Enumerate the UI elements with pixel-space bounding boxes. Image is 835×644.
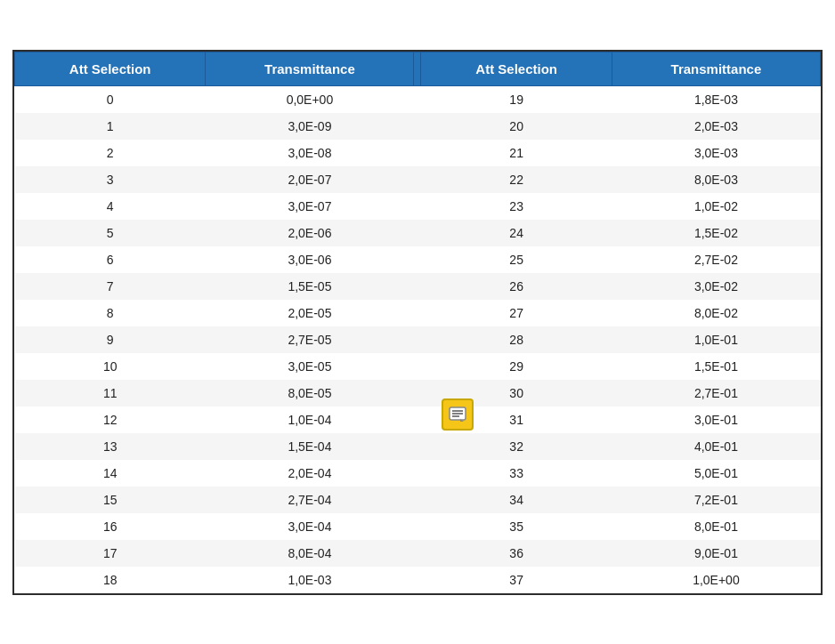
right-trans-cell: 1,5E-01 — [612, 353, 820, 380]
left-att-cell: 13 — [15, 433, 206, 460]
right-trans-cell: 1,8E-03 — [612, 85, 820, 113]
right-att-cell: 23 — [421, 193, 612, 220]
main-table-container: Att Selection Transmittance Att Selectio… — [12, 50, 823, 595]
right-att-cell: 33 — [421, 460, 612, 487]
right-trans-cell: 1,0E-01 — [612, 326, 820, 353]
left-trans-cell: 3,0E-05 — [206, 353, 414, 380]
divider-cell — [414, 246, 421, 273]
left-trans-cell: 1,0E-04 — [206, 407, 414, 433]
divider-header — [414, 52, 421, 85]
right-trans-cell: 3,0E-01 — [612, 407, 820, 433]
divider-cell — [414, 513, 421, 540]
left-trans-cell: 8,0E-04 — [206, 540, 414, 567]
table-row: 9 2,7E-05 28 1,0E-01 — [15, 326, 821, 353]
divider-cell — [414, 460, 421, 487]
left-trans-cell: 2,0E-06 — [206, 220, 414, 246]
left-trans-cell: 3,0E-09 — [206, 113, 414, 140]
left-trans-cell: 3,0E-04 — [206, 513, 414, 540]
divider-cell — [414, 166, 421, 193]
left-trans-cell: 2,0E-05 — [206, 300, 414, 326]
table-row: 17 8,0E-04 36 9,0E-01 — [15, 540, 821, 567]
left-att-cell: 2 — [15, 140, 206, 166]
left-att-cell: 5 — [15, 220, 206, 246]
divider-cell — [414, 140, 421, 166]
divider-cell — [414, 300, 421, 326]
left-trans-cell: 3,0E-08 — [206, 140, 414, 166]
right-trans-cell: 1,0E-02 — [612, 193, 820, 220]
left-att-cell: 17 — [15, 540, 206, 567]
right-trans-cell: 8,0E-02 — [612, 300, 820, 326]
left-trans-cell: 1,0E-03 — [206, 567, 414, 593]
divider-cell — [414, 193, 421, 220]
table-row: 7 1,5E-05 26 3,0E-02 — [15, 273, 821, 300]
left-att-cell: 0 — [15, 85, 206, 113]
right-att-cell: 26 — [421, 273, 612, 300]
right-att-cell: 35 — [421, 513, 612, 540]
right-att-cell: 25 — [421, 246, 612, 273]
divider-cell — [414, 487, 421, 513]
divider-cell — [414, 353, 421, 380]
right-trans-cell: 3,0E-03 — [612, 140, 820, 166]
right-trans-cell: 1,0E+00 — [612, 567, 820, 593]
divider-cell — [414, 407, 421, 433]
right-trans-cell: 2,7E-02 — [612, 246, 820, 273]
right-att-cell: 36 — [421, 540, 612, 567]
left-att-cell: 9 — [15, 326, 206, 353]
table-row: 6 3,0E-06 25 2,7E-02 — [15, 246, 821, 273]
left-att-cell: 4 — [15, 193, 206, 220]
left-trans-cell: 1,5E-04 — [206, 433, 414, 460]
divider-cell — [414, 540, 421, 567]
right-att-cell: 29 — [421, 353, 612, 380]
left-trans-cell: 3,0E-07 — [206, 193, 414, 220]
right-att-cell: 22 — [421, 166, 612, 193]
table-row: 4 3,0E-07 23 1,0E-02 — [15, 193, 821, 220]
left-att-cell: 6 — [15, 246, 206, 273]
divider-cell — [414, 85, 421, 113]
left-trans-cell: 2,7E-04 — [206, 487, 414, 513]
left-trans-cell: 1,5E-05 — [206, 273, 414, 300]
table-row: 1 3,0E-09 20 2,0E-03 — [15, 113, 821, 140]
left-att-cell: 10 — [15, 353, 206, 380]
table-row: 0 0,0E+00 19 1,8E-03 — [15, 85, 821, 113]
table-row: 14 2,0E-04 33 5,0E-01 — [15, 460, 821, 487]
table-body: 0 0,0E+00 19 1,8E-03 1 3,0E-09 20 2,0E-0… — [15, 85, 821, 593]
table-row: 13 1,5E-04 32 4,0E-01 — [15, 433, 821, 460]
left-att-cell: 12 — [15, 407, 206, 433]
left-trans-cell: 2,0E-04 — [206, 460, 414, 487]
left-att-cell: 18 — [15, 567, 206, 593]
table-row: 5 2,0E-06 24 1,5E-02 — [15, 220, 821, 246]
right-att-cell: 20 — [421, 113, 612, 140]
header-att-right: Att Selection — [421, 52, 612, 85]
header-trans-right: Transmittance — [612, 52, 820, 85]
right-att-cell: 32 — [421, 433, 612, 460]
right-trans-cell: 9,0E-01 — [612, 540, 820, 567]
table-row: 2 3,0E-08 21 3,0E-03 — [15, 140, 821, 166]
right-trans-cell: 8,0E-03 — [612, 166, 820, 193]
table-row: 18 1,0E-03 37 1,0E+00 — [15, 567, 821, 593]
data-table: Att Selection Transmittance Att Selectio… — [14, 52, 821, 593]
divider-cell — [414, 220, 421, 246]
tooltip-icon[interactable] — [442, 398, 474, 431]
left-trans-cell: 2,0E-07 — [206, 166, 414, 193]
table-row: 12 1,0E-04 31 3,0E-01 — [15, 407, 821, 433]
left-att-cell: 16 — [15, 513, 206, 540]
right-att-cell: 27 — [421, 300, 612, 326]
right-trans-cell: 1,5E-02 — [612, 220, 820, 246]
divider-cell — [414, 326, 421, 353]
left-att-cell: 3 — [15, 166, 206, 193]
right-att-cell: 37 — [421, 567, 612, 593]
header-trans-left: Transmittance — [206, 52, 414, 85]
divider-cell — [414, 380, 421, 407]
right-trans-cell: 2,7E-01 — [612, 380, 820, 407]
left-att-cell: 15 — [15, 487, 206, 513]
header-row: Att Selection Transmittance Att Selectio… — [15, 52, 821, 85]
divider-cell — [414, 433, 421, 460]
right-trans-cell: 3,0E-02 — [612, 273, 820, 300]
right-trans-cell: 4,0E-01 — [612, 433, 820, 460]
left-trans-cell: 3,0E-06 — [206, 246, 414, 273]
table-row: 11 8,0E-05 30 2,7E-01 — [15, 380, 821, 407]
divider-cell — [414, 273, 421, 300]
table-row: 16 3,0E-04 35 8,0E-01 — [15, 513, 821, 540]
right-att-cell: 34 — [421, 487, 612, 513]
left-att-cell: 1 — [15, 113, 206, 140]
